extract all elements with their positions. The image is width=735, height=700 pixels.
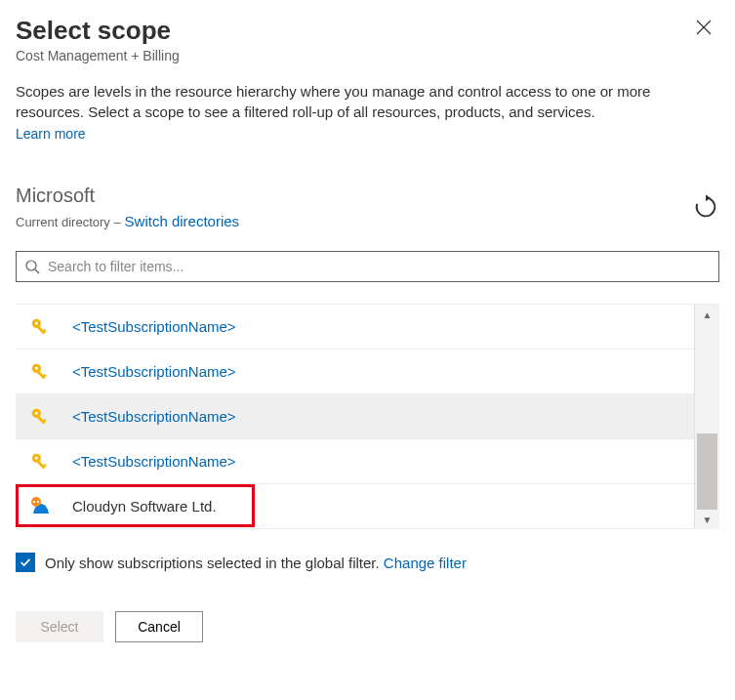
scope-row[interactable]: <TestSubscriptionName>: [16, 439, 694, 484]
directory-name: Microsoft: [16, 185, 239, 207]
filter-label: Only show subscriptions selected in the …: [45, 555, 467, 571]
scroll-down-button[interactable]: ▼: [703, 510, 713, 529]
description-text: Scopes are levels in the resource hierar…: [16, 81, 719, 122]
scope-row[interactable]: <TestSubscriptionName>: [16, 394, 694, 439]
learn-more-link[interactable]: Learn more: [16, 126, 86, 142]
key-icon: [23, 361, 72, 383]
cancel-button[interactable]: Cancel: [115, 611, 203, 642]
close-icon: [696, 20, 712, 35]
search-input[interactable]: [46, 258, 711, 275]
check-icon: [19, 556, 32, 569]
global-filter-checkbox[interactable]: [16, 553, 35, 572]
change-filter-link[interactable]: Change filter: [384, 555, 467, 571]
svg-point-18: [31, 497, 41, 507]
svg-point-11: [35, 411, 38, 414]
refresh-button[interactable]: [692, 193, 719, 221]
scroll-up-button[interactable]: ▲: [703, 305, 713, 324]
scope-row-label: <TestSubscriptionName>: [72, 318, 694, 335]
scroll-track[interactable]: [695, 324, 719, 510]
search-icon: [24, 259, 40, 274]
svg-line-1: [35, 269, 39, 273]
page-title: Select scope: [16, 16, 180, 46]
svg-point-3: [35, 321, 38, 324]
page-subtitle: Cost Management + Billing: [16, 48, 180, 63]
scope-row[interactable]: Cloudyn Software Ltd.: [16, 484, 694, 529]
close-button[interactable]: [688, 16, 719, 42]
svg-point-7: [35, 366, 38, 369]
current-directory-label: Current directory –: [16, 215, 121, 229]
scope-row-label: Cloudyn Software Ltd.: [72, 498, 694, 515]
scope-row-label: <TestSubscriptionName>: [72, 453, 694, 470]
scope-row-label: <TestSubscriptionName>: [72, 363, 694, 380]
key-icon: [23, 406, 72, 428]
key-icon: [23, 316, 72, 338]
select-button[interactable]: Select: [16, 611, 103, 642]
scope-row-label: <TestSubscriptionName>: [72, 408, 694, 425]
svg-point-19: [33, 500, 35, 502]
svg-point-0: [26, 261, 36, 270]
search-field[interactable]: [16, 251, 719, 282]
billing-account-icon: [23, 496, 72, 517]
svg-point-20: [37, 500, 39, 502]
svg-point-15: [35, 456, 38, 459]
scope-row[interactable]: <TestSubscriptionName>: [16, 350, 694, 394]
scope-row[interactable]: <TestSubscriptionName>: [16, 305, 694, 350]
refresh-icon: [692, 193, 719, 221]
scrollbar[interactable]: ▲ ▼: [694, 305, 719, 529]
scroll-thumb[interactable]: [697, 433, 717, 510]
key-icon: [23, 451, 72, 473]
switch-directories-link[interactable]: Switch directories: [125, 213, 240, 229]
